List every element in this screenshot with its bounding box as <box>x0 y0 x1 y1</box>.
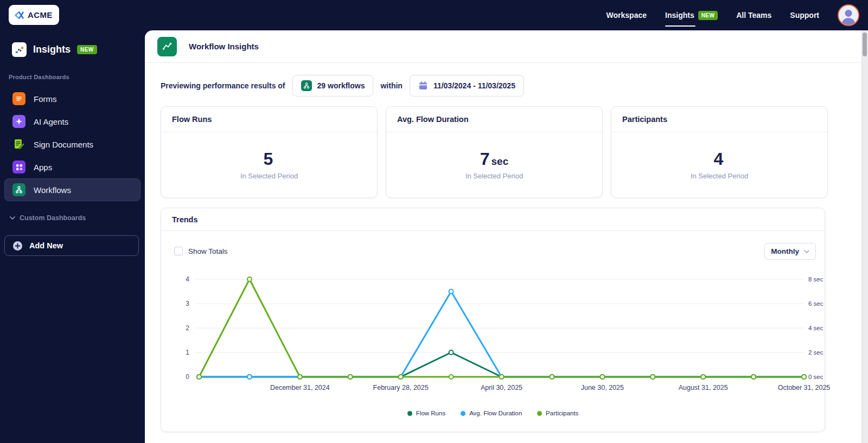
filter-connector-text: within <box>380 81 402 90</box>
calendar-icon <box>418 81 428 91</box>
sidebar-new-badge: NEW <box>77 45 97 54</box>
filter-bar: Previewing performance results of 29 wor… <box>161 74 524 97</box>
nav-support[interactable]: Support <box>790 0 819 30</box>
legend-label: Participants <box>546 410 578 416</box>
line-chart: 012340 sec2 sec4 sec6 sec8 secDecember 3… <box>161 272 826 402</box>
legend-item[interactable]: Avg. Flow Duration <box>461 410 522 416</box>
legend-dot <box>407 411 412 416</box>
sidebar-section-product-dashboards: Product Dashboards <box>9 74 69 80</box>
forms-icon <box>12 92 25 105</box>
stat-value: 4 <box>714 150 724 168</box>
date-range-label: 11/03/2024 - 11/03/2025 <box>433 81 515 90</box>
show-totals-control: Show Totals <box>174 247 228 255</box>
sign-documents-icon <box>12 138 25 151</box>
acme-logo-icon <box>14 11 24 19</box>
page-header: Workflow Insights <box>145 30 861 63</box>
sidebar-item-label: Sign Documents <box>34 140 93 149</box>
plus-circle-icon <box>12 241 23 251</box>
svg-text:June 30, 2025: June 30, 2025 <box>581 384 624 391</box>
svg-text:2: 2 <box>186 324 189 332</box>
svg-text:0 sec: 0 sec <box>808 374 824 380</box>
ai-agents-icon <box>12 115 25 128</box>
sidebar-custom-dashboards-label: Custom Dashboards <box>20 214 86 222</box>
stat-cards-row: Flow Runs 5 In Selected Period Avg. Flow… <box>161 106 828 198</box>
add-new-label: Add New <box>29 241 63 250</box>
stat-value: 7 <box>480 150 490 168</box>
nav-active-underline <box>665 25 695 27</box>
stat-value: 5 <box>264 150 273 168</box>
workflows-icon <box>301 80 312 91</box>
sidebar: Insights NEW Product Dashboards Forms AI… <box>0 30 145 443</box>
add-new-button[interactable]: Add New <box>4 235 139 256</box>
legend-item[interactable]: Flow Runs <box>407 410 445 416</box>
nav-insights-new-badge: NEW <box>698 11 718 20</box>
workflows-icon <box>12 183 25 196</box>
user-avatar[interactable] <box>838 4 859 26</box>
sidebar-item-apps[interactable]: Apps <box>4 156 141 178</box>
stat-caption: In Selected Period <box>691 172 748 180</box>
nav-workspace[interactable]: Workspace <box>607 0 647 30</box>
sidebar-title: Insights <box>33 44 71 55</box>
nav-insights[interactable]: Insights NEW <box>665 0 718 30</box>
svg-text:2 sec: 2 sec <box>808 349 824 356</box>
filter-lead-text: Previewing performance results of <box>161 81 285 90</box>
trends-title: Trends <box>161 208 825 231</box>
svg-text:3: 3 <box>186 300 189 307</box>
main-panel: Workflow Insights Previewing performance… <box>145 30 861 443</box>
svg-text:4 sec: 4 sec <box>808 325 824 331</box>
svg-text:August 31, 2025: August 31, 2025 <box>679 384 728 391</box>
svg-text:4: 4 <box>186 275 189 283</box>
interval-select-value: Monthly <box>771 247 799 255</box>
scrollbar-track[interactable] <box>861 30 868 443</box>
workflows-filter-chip[interactable]: 29 workflows <box>292 75 374 97</box>
nav-all-teams-label: All Teams <box>736 11 771 20</box>
scrollbar-thumb[interactable] <box>863 33 867 56</box>
top-nav: Workspace Insights NEW All Teams Support <box>607 0 859 30</box>
stat-card-title: Participants <box>611 107 827 132</box>
svg-text:April 30, 2025: April 30, 2025 <box>481 384 522 391</box>
workflows-chip-label: 29 workflows <box>317 81 365 90</box>
nav-all-teams[interactable]: All Teams <box>736 0 771 30</box>
stat-card-avg-flow-duration: Avg. Flow Duration 7 sec In Selected Per… <box>386 106 603 198</box>
sidebar-item-sign-documents[interactable]: Sign Documents <box>4 133 141 156</box>
sidebar-item-label: Workflows <box>34 185 71 195</box>
svg-text:8 sec: 8 sec <box>808 276 824 283</box>
acme-logo[interactable]: ACME <box>9 5 59 25</box>
svg-text:6 sec: 6 sec <box>808 300 824 307</box>
stat-unit: sec <box>492 156 509 166</box>
svg-text:October 31, 2025: October 31, 2025 <box>778 384 831 391</box>
sidebar-item-forms[interactable]: Forms <box>4 87 141 110</box>
nav-insights-label: Insights <box>665 11 694 20</box>
stat-card-participants: Participants 4 In Selected Period <box>611 106 828 198</box>
insights-icon <box>12 42 27 57</box>
page-title: Workflow Insights <box>189 42 259 51</box>
user-avatar-icon <box>845 10 852 17</box>
date-range-picker[interactable]: 11/03/2024 - 11/03/2025 <box>410 75 524 97</box>
show-totals-checkbox[interactable] <box>174 247 183 255</box>
sidebar-item-label: Forms <box>34 94 57 104</box>
svg-text:0: 0 <box>186 373 189 381</box>
legend-item[interactable]: Participants <box>537 410 578 416</box>
sidebar-item-ai-agents[interactable]: AI Agents <box>4 110 141 133</box>
stat-card-flow-runs: Flow Runs 5 In Selected Period <box>161 106 378 198</box>
svg-text:1: 1 <box>186 349 189 356</box>
legend-label: Flow Runs <box>416 410 445 416</box>
stat-card-title: Avg. Flow Duration <box>386 107 602 132</box>
interval-select[interactable]: Monthly <box>764 243 816 260</box>
sidebar-custom-dashboards-toggle[interactable]: Custom Dashboards <box>10 214 86 222</box>
stat-caption: In Selected Period <box>240 172 298 180</box>
nav-workspace-label: Workspace <box>607 11 647 20</box>
app-root: ACME Workspace Insights NEW All Teams Su… <box>0 0 868 443</box>
top-bar: ACME Workspace Insights NEW All Teams Su… <box>0 0 868 30</box>
sidebar-item-workflows[interactable]: Workflows <box>4 178 141 201</box>
stat-caption: In Selected Period <box>465 172 523 180</box>
chart-legend: Flow RunsAvg. Flow DurationParticipants <box>161 410 825 416</box>
chevron-down-icon <box>804 250 809 253</box>
sidebar-item-label: AI Agents <box>34 117 68 126</box>
logo-text: ACME <box>28 10 53 20</box>
legend-dot <box>461 411 465 416</box>
workflow-insights-icon <box>157 37 177 56</box>
svg-text:December 31, 2024: December 31, 2024 <box>270 384 330 391</box>
show-totals-label: Show Totals <box>188 247 228 255</box>
sidebar-item-label: Apps <box>34 163 52 172</box>
